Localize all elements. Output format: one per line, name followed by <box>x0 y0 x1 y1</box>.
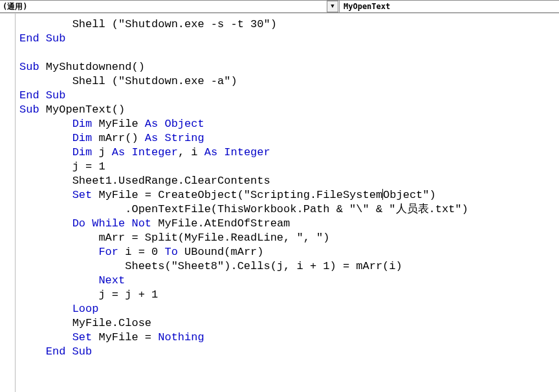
code-text: Shell ("Shutdown.exe -s -t 30") <box>72 18 277 30</box>
code-line: Dim MyFile As Object <box>19 117 559 131</box>
top-toolbar: (通用) ▼ MyOpenText <box>0 0 559 13</box>
chevron-down-icon: ▼ <box>331 4 334 10</box>
code-line: Sub MyOpenText() <box>19 103 559 117</box>
code-text: UBound(mArr) <box>178 246 264 258</box>
code-line: MyFile.Close <box>19 316 559 331</box>
code-text: MyFile.Close <box>72 317 151 329</box>
procedure-dropdown-label: MyOpenText <box>344 2 390 11</box>
code-keyword: Next <box>98 274 125 287</box>
code-keyword: Sub <box>19 103 39 116</box>
code-keyword: As Integer <box>204 146 270 158</box>
code-line: Shell ("Shutdown.exe -a") <box>19 74 559 89</box>
code-keyword: Do While Not <box>72 217 151 230</box>
code-line: .OpenTextFile(ThisWorkbook.Path & "\" & … <box>19 202 559 217</box>
code-keyword: To <box>164 246 177 258</box>
code-text: MyFile = <box>92 331 158 343</box>
code-line: Next <box>19 274 559 288</box>
text-cursor <box>382 189 383 200</box>
code-keyword: Set <box>72 331 93 343</box>
code-keyword: Sub <box>19 61 39 73</box>
code-text: j <box>92 146 112 158</box>
code-text: Sheets("Sheet8").Cells(j, i + 1) = mArr(… <box>125 260 402 272</box>
code-keyword: Set <box>72 189 93 201</box>
code-text: j = 1 <box>72 160 105 173</box>
code-text: mArr() <box>92 132 145 144</box>
code-text: Object") <box>383 189 436 201</box>
code-margin <box>0 14 16 392</box>
code-line: Dim j As Integer, i As Integer <box>19 146 559 160</box>
code-line: Do While Not MyFile.AtEndOfStream <box>19 217 559 231</box>
code-keyword: As String <box>145 132 204 144</box>
code-keyword: Loop <box>72 303 99 315</box>
code-text: Shell ("Shutdown.exe -a") <box>72 75 237 87</box>
code-line: Shell ("Shutdown.exe -s -t 30") <box>19 17 559 32</box>
code-text: , i <box>178 146 204 158</box>
code-keyword: End Sub <box>19 89 65 102</box>
code-keyword: Dim <box>72 132 93 144</box>
editor-container: Shell ("Shutdown.exe -s -t 30")End Sub S… <box>0 13 559 392</box>
code-line: mArr = Split(MyFile.ReadLine, ", ") <box>19 231 559 245</box>
code-line: j = 1 <box>19 160 559 174</box>
code-editor[interactable]: Shell ("Shutdown.exe -s -t 30")End Sub S… <box>16 14 559 392</box>
code-keyword: As Integer <box>112 146 178 158</box>
code-keyword: Dim <box>72 118 93 130</box>
code-text: MyFile.AtEndOfStream <box>151 217 290 230</box>
code-text: .OpenTextFile(ThisWorkbook.Path & "\" & … <box>125 203 468 215</box>
code-text: i = 0 <box>118 246 164 258</box>
code-line: Sheets("Sheet8").Cells(j, i + 1) = mArr(… <box>19 259 559 274</box>
code-keyword: As Object <box>145 118 204 130</box>
object-dropdown-label: (通用) <box>0 1 327 12</box>
code-text: MyShutdownend() <box>39 61 145 73</box>
code-text: Sheet1.UsedRange.ClearContents <box>72 175 270 187</box>
code-line: End Sub <box>19 345 559 359</box>
code-line: Set MyFile = Nothing <box>19 331 559 345</box>
code-line: End Sub <box>19 32 559 46</box>
code-text: j = j + 1 <box>98 289 158 301</box>
procedure-dropdown[interactable]: MyOpenText <box>340 1 559 12</box>
code-line: Dim mArr() As String <box>19 131 559 146</box>
code-line: j = j + 1 <box>19 288 559 302</box>
object-dropdown[interactable]: (通用) ▼ <box>0 1 340 12</box>
code-keyword: End Sub <box>46 345 92 358</box>
code-line: Sub MyShutdownend() <box>19 60 559 74</box>
object-dropdown-arrow[interactable]: ▼ <box>327 1 338 12</box>
code-line: Sheet1.UsedRange.ClearContents <box>19 174 559 188</box>
code-line <box>19 46 559 60</box>
code-line: End Sub <box>19 89 559 103</box>
code-line: For i = 0 To UBound(mArr) <box>19 245 559 259</box>
code-text: MyFile <box>92 118 145 130</box>
code-text: MyOpenText() <box>39 103 126 116</box>
code-keyword: For <box>98 246 118 258</box>
code-line: Loop <box>19 302 559 316</box>
code-text: mArr = Split(MyFile.ReadLine, ", ") <box>98 232 329 244</box>
code-keyword: Nothing <box>158 331 204 343</box>
code-keyword: Dim <box>72 146 93 158</box>
code-keyword: End Sub <box>19 32 65 45</box>
code-line: Set MyFile = CreateObject("Scripting.Fil… <box>19 188 559 202</box>
code-text: MyFile = CreateObject("Scripting.FileSys… <box>92 189 382 201</box>
